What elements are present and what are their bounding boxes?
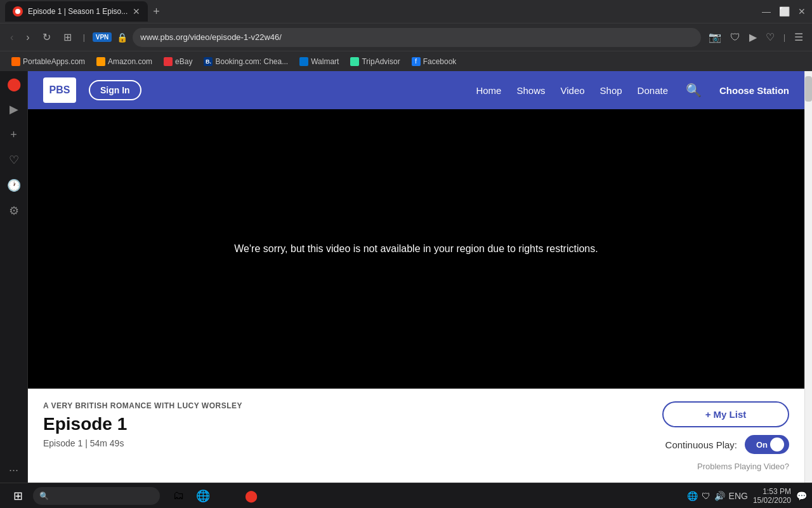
reload-button[interactable]: ↻: [39, 29, 55, 46]
bookmark-amazon[interactable]: Amazon.com: [91, 55, 157, 68]
bookmark-label: Facebook: [423, 57, 457, 66]
back-button[interactable]: ‹: [6, 29, 17, 46]
scrollbar-thumb[interactable]: [805, 76, 812, 102]
speed-dial-icon[interactable]: ▶: [6, 102, 22, 117]
taskbar-right: 🌐 🛡 🔊 ENG 1:53 PM 15/02/2020 💬: [687, 487, 807, 505]
time-display: 1:53 PM: [753, 487, 791, 496]
taskbar-app-chrome2[interactable]: [216, 485, 239, 507]
bookmark-favicon: [96, 57, 105, 66]
episode-title: Episode 1: [43, 414, 650, 434]
choose-station-button[interactable]: Choose Station: [719, 85, 789, 96]
more-icon[interactable]: ···: [6, 462, 22, 478]
bookmark-favicon: [299, 57, 308, 66]
opera-sidebar: ⬤ ▶ + ♡ 🕐 ⚙ ···: [0, 71, 28, 483]
toggle-on-label: On: [756, 440, 768, 450]
volume-icon[interactable]: 🔊: [714, 491, 725, 501]
bookmark-label: Walmart: [311, 57, 339, 66]
start-button[interactable]: ⊞: [5, 486, 30, 506]
menu-icon[interactable]: ☰: [792, 29, 806, 46]
bookmark-favicon: [11, 57, 20, 66]
toggle-circle: [770, 438, 784, 451]
bookmark-tripadvisor[interactable]: TripAdvisor: [345, 55, 405, 68]
scrollbar[interactable]: [804, 71, 812, 483]
camera-icon[interactable]: 📷: [706, 29, 724, 46]
tab-title: Episode 1 | Season 1 Episo...: [28, 7, 128, 16]
nav-shows[interactable]: Shows: [516, 85, 545, 96]
history-icon[interactable]: ♡: [6, 152, 22, 168]
continuous-play-toggle[interactable]: On: [745, 435, 789, 454]
taskbar-app-chrome[interactable]: 🌐: [192, 485, 214, 507]
bookmark-favicon: [350, 57, 359, 66]
separator: |: [81, 33, 88, 42]
play-icon[interactable]: ▶: [747, 29, 759, 46]
nav-video[interactable]: Video: [560, 85, 584, 96]
video-error-message: We're sorry, but this video is not avail…: [234, 243, 598, 255]
continuous-play-label: Continuous Play:: [665, 439, 737, 450]
bookmark-booking[interactable]: B. Booking.com: Chea...: [199, 55, 293, 68]
problems-playing-link[interactable]: Problems Playing Video?: [697, 462, 789, 471]
address-bar[interactable]: www.pbs.org/video/episode-1-v22w46/: [133, 28, 701, 47]
pbs-nav-links: Home Shows Video Shop Donate 🔍 Choose St…: [476, 80, 789, 100]
shield-icon[interactable]: 🛡: [728, 29, 743, 46]
security-icon[interactable]: 🛡: [702, 491, 710, 501]
close-button[interactable]: ✕: [797, 6, 807, 17]
pbs-logo[interactable]: PBS: [43, 77, 76, 103]
nav-home[interactable]: Home: [476, 85, 501, 96]
bookmark-walmart[interactable]: Walmart: [294, 55, 344, 68]
address-text: www.pbs.org/video/episode-1-v22w46/: [140, 32, 693, 42]
taskbar-app-files[interactable]: 🗂: [167, 485, 190, 507]
language-icon: ENG: [729, 491, 748, 501]
bookmarks-bar: PortableApps.com Amazon.com eBay B. Book…: [0, 51, 812, 71]
windows-taskbar: ⊞ 🔍 🗂 🌐 ⬤ 🌐 🛡 🔊 ENG 1:53 PM 15/02/2020 💬: [0, 483, 812, 508]
page-content: PBS Sign In Home Shows Video Shop Donate…: [28, 71, 804, 483]
bookmark-favicon: f: [412, 57, 421, 66]
show-title: A VERY BRITISH ROMANCE WITH LUCY WORSLEY: [43, 401, 650, 410]
grid-button[interactable]: ⊞: [60, 29, 75, 46]
pbs-navigation: PBS Sign In Home Shows Video Shop Donate…: [28, 71, 804, 109]
forward-button[interactable]: ›: [22, 29, 33, 46]
my-list-button[interactable]: + My List: [662, 401, 789, 427]
nav-shop[interactable]: Shop: [600, 85, 622, 96]
taskbar-clock[interactable]: 1:53 PM 15/02/2020: [753, 487, 791, 505]
settings-icon[interactable]: ⚙: [6, 203, 22, 218]
bookmark-favicon: [164, 57, 173, 66]
bookmark-ebay[interactable]: eBay: [159, 55, 197, 68]
search-icon[interactable]: 🔍: [683, 80, 704, 100]
bookmark-portableapps[interactable]: PortableApps.com: [6, 55, 90, 68]
episode-details: A VERY BRITISH ROMANCE WITH LUCY WORSLEY…: [43, 401, 650, 471]
continuous-play-control: Continuous Play: On: [665, 435, 789, 454]
bookmark-label: eBay: [175, 57, 192, 66]
search-icon: 🔍: [39, 491, 49, 500]
taskbar-app-opera[interactable]: ⬤: [240, 485, 263, 507]
taskbar-apps: 🗂 🌐 ⬤: [162, 485, 268, 507]
bookmark-label: PortableApps.com: [23, 57, 85, 66]
heart-icon[interactable]: ♡: [763, 29, 777, 46]
vpn-badge: VPN: [93, 32, 112, 42]
network-icon[interactable]: 🌐: [687, 491, 698, 501]
minimize-button[interactable]: —: [761, 6, 771, 17]
pbs-logo-mark: PBS: [43, 77, 76, 103]
taskbar-search[interactable]: 🔍: [33, 487, 160, 505]
new-tab-button[interactable]: +: [150, 3, 162, 21]
browser-tab[interactable]: Episode 1 | Season 1 Episo... ✕: [5, 1, 148, 22]
episode-actions: + My List Continuous Play: On Problems P…: [662, 401, 789, 471]
system-tray: 🌐 🛡 🔊 ENG: [687, 491, 748, 501]
add-icon[interactable]: +: [6, 127, 22, 142]
video-player: We're sorry, but this video is not avail…: [28, 109, 804, 389]
sign-in-button[interactable]: Sign In: [89, 80, 141, 100]
recent-icon[interactable]: 🕐: [6, 178, 22, 193]
maximize-button[interactable]: ⬜: [779, 6, 789, 17]
episode-meta: Episode 1 | 54m 49s: [43, 438, 650, 448]
lock-icon: 🔒: [117, 32, 128, 43]
bookmark-label: TripAdvisor: [362, 57, 400, 66]
notifications-icon[interactable]: 💬: [796, 491, 807, 501]
bookmark-facebook[interactable]: f Facebook: [407, 55, 462, 68]
bookmark-favicon: B.: [204, 57, 213, 66]
tab-close-button[interactable]: ✕: [133, 7, 140, 16]
bookmark-label: Amazon.com: [108, 57, 152, 66]
bookmark-label: Booking.com: Chea...: [215, 57, 288, 66]
nav-donate[interactable]: Donate: [638, 85, 668, 96]
date-display: 15/02/2020: [753, 496, 791, 505]
episode-info: A VERY BRITISH ROMANCE WITH LUCY WORSLEY…: [28, 389, 804, 483]
opera-logo-icon[interactable]: ⬤: [6, 76, 22, 91]
